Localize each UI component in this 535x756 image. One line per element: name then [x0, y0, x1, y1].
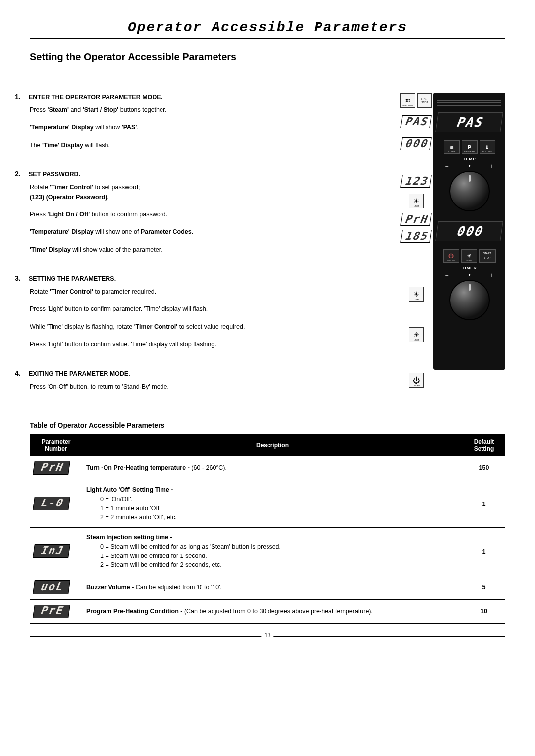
start-stop-button[interactable]: STARTSTOP — [479, 249, 496, 263]
param-code-cell: uoL — [30, 575, 82, 600]
param-default-cell: 5 — [463, 575, 505, 600]
step-heading: 3.SETTING THE PARAMETERS. — [30, 274, 399, 282]
step-line: Rotate 'Timer Control' to parameter requ… — [30, 287, 399, 297]
grill-broil-icon: ≋GRILL BROIL — [400, 93, 415, 108]
step-heading: 2.SET PASSWORD. — [30, 170, 399, 178]
step-line: 'Temperature' Display will show one of P… — [30, 227, 399, 237]
step-heading: 1.ENTER THE OPERATOR PARAMETER MODE. — [30, 93, 399, 101]
temp-knob[interactable] — [449, 171, 490, 211]
step-2: 2.SET PASSWORD.Rotate 'Timer Control' to… — [30, 170, 399, 254]
step-heading: 4.EXITING THE PARAMETER MODE. — [30, 369, 399, 377]
step-line: 'Temperature' Display will show 'PAS'. — [30, 123, 399, 132]
table-row: uoLBuzzer Volume - Can be adjusted from … — [30, 575, 505, 600]
onoff-button[interactable]: ⏻ON/OFF — [443, 249, 459, 263]
panel-mid-display: 000 — [435, 221, 503, 241]
param-desc-cell: Light Auto 'Off' Setting Time -0 = 'On/O… — [82, 480, 463, 528]
lcd-123: 123 — [400, 175, 431, 188]
param-code-cell: InJ — [30, 528, 82, 575]
param-default-cell: 1 — [463, 480, 505, 528]
plus-icon: + — [490, 272, 493, 279]
light-icon: ☀LIGHT — [409, 194, 424, 208]
col-description: Description — [82, 434, 463, 456]
minus-icon: − — [445, 163, 449, 170]
page-title: Operator Accessible Parameters — [30, 20, 505, 39]
table-row: PrHTurn -On Pre-Heating temperature - (6… — [30, 456, 505, 480]
step-4: 4.EXITING THE PARAMETER MODE.Press 'On-O… — [30, 369, 399, 392]
steam-button[interactable]: ≋STEAM — [444, 140, 460, 154]
step-body: Rotate 'Timer Control' to parameter requ… — [30, 287, 399, 350]
table-title: Table of Operator Accessible Parameters — [30, 421, 505, 429]
param-code-lcd: InJ — [33, 544, 70, 558]
program-button[interactable]: PPROGRAM — [462, 140, 478, 154]
param-code-lcd: L-0 — [33, 497, 70, 510]
table-row: InJSteam Injection setting time -0 = Ste… — [30, 528, 505, 575]
light-button[interactable]: ☀LIGHT — [461, 249, 477, 263]
panel-top-display: PAS — [435, 112, 503, 132]
plus-icon: + — [490, 163, 493, 170]
parameter-table: Parameter Number Description Default Set… — [30, 434, 505, 624]
table-row: PrEProgram Pre-Heating Condition - (Can … — [30, 600, 505, 624]
param-code-lcd: uoL — [33, 580, 70, 594]
minus-icon: − — [445, 272, 449, 279]
lcd-prh: PrH — [400, 213, 431, 226]
param-default-cell: 10 — [463, 600, 505, 624]
step-body: Rotate 'Timer Control' to set password;(… — [30, 183, 399, 254]
param-default-cell: 1 — [463, 528, 505, 575]
control-panel: PAS ≋STEAM PPROGRAM 🌡ACT TEMP TEMP −•+ 0… — [433, 93, 505, 370]
timer-knob[interactable] — [449, 280, 490, 320]
step-line: Press 'Light' button to confirm paramete… — [30, 304, 399, 314]
col-param-number: Parameter Number — [30, 434, 82, 456]
param-code-lcd: PrE — [33, 605, 70, 618]
step-body: Press 'Steam' and 'Start / Stop' buttons… — [30, 105, 399, 150]
step-line: Rotate 'Timer Control' to set password;(… — [30, 183, 399, 202]
step-line: Press 'Light' button to confirm value. '… — [30, 340, 399, 349]
col-default: Default Setting — [463, 434, 505, 456]
param-desc-cell: Program Pre-Heating Condition - (Can be … — [82, 600, 463, 624]
param-code-cell: PrH — [30, 456, 82, 480]
lcd-000: 000 — [400, 137, 431, 150]
lcd-pas: PAS — [400, 115, 431, 128]
onoff-icon: ⏻ON/OFF — [409, 373, 424, 388]
steps-column: 1.ENTER THE OPERATOR PARAMETER MODE.Pres… — [30, 93, 399, 411]
timer-label: TIMER — [462, 266, 477, 270]
lcd-185: 185 — [400, 230, 431, 243]
page-number: 13 — [261, 632, 273, 639]
param-desc-cell: Steam Injection setting time -0 = Steam … — [82, 528, 463, 575]
light-icon: ☀LIGHT — [409, 287, 424, 302]
param-default-cell: 150 — [463, 456, 505, 480]
step-3: 3.SETTING THE PARAMETERS.Rotate 'Timer C… — [30, 274, 399, 350]
step-line: Press 'Steam' and 'Start / Stop' buttons… — [30, 105, 399, 115]
param-code-cell: L-0 — [30, 480, 82, 528]
page-footer: 13 — [30, 636, 505, 646]
step-line: 'Time' Display will show value of the pa… — [30, 245, 399, 254]
step-body: Press 'On-Off' button, to return to 'Sta… — [30, 382, 399, 392]
table-row: L-0Light Auto 'Off' Setting Time -0 = 'O… — [30, 480, 505, 528]
param-desc-cell: Turn -On Pre-Heating temperature - (60 -… — [82, 456, 463, 480]
start-stop-icon: STARTSTOP — [417, 93, 432, 108]
step-line: The 'Time' Display will flash. — [30, 141, 399, 150]
param-code-lcd: PrH — [33, 461, 70, 475]
step-1: 1.ENTER THE OPERATOR PARAMETER MODE.Pres… — [30, 93, 399, 150]
temp-label: TEMP — [463, 157, 476, 161]
param-desc-cell: Buzzer Volume - Can be adjusted from '0'… — [82, 575, 463, 600]
step-line: Press 'On-Off' button, to return to 'Sta… — [30, 382, 399, 392]
act-temp-button[interactable]: 🌡ACT TEMP — [480, 140, 495, 154]
step-line: Press 'Light On / Off' button to confirm… — [30, 210, 399, 219]
section-title: Setting the Operator Accessible Paramete… — [30, 51, 505, 63]
side-icons-column: ≋GRILL BROIL STARTSTOP PAS 000 123 ☀LIGH… — [404, 93, 428, 411]
step-line: While 'Time' display is flashing, rotate… — [30, 322, 399, 332]
light-icon: ☀LIGHT — [409, 327, 424, 342]
param-code-cell: PrE — [30, 600, 82, 624]
